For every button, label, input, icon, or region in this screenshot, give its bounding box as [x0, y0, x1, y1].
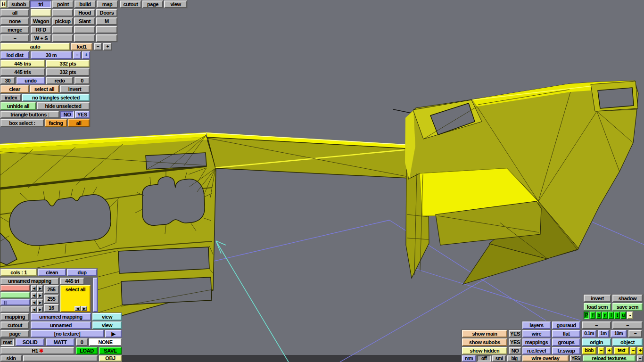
mat-matt-button[interactable]: MATT — [46, 338, 74, 346]
box-select-all[interactable]: all — [68, 119, 90, 127]
lod-auto-button[interactable]: auto — [0, 43, 70, 50]
tab-view[interactable]: view — [164, 0, 187, 8]
gouraud-button[interactable]: gouraud — [552, 321, 580, 329]
subob-slot-7[interactable] — [74, 34, 95, 42]
nrm-sml-button[interactable]: sml — [492, 355, 506, 362]
red-inc-arrow[interactable]: ► — [37, 285, 43, 291]
triangle-buttons-yes[interactable]: YES — [75, 111, 90, 118]
lrswap-button[interactable]: l.r.swap — [552, 347, 580, 354]
swatch-next-arrow[interactable]: ► — [81, 306, 87, 311]
subob-slot-2[interactable] — [52, 9, 73, 16]
green-slider[interactable] — [0, 292, 30, 298]
grid-dash-button[interactable]: – — [628, 330, 642, 337]
alpha-inc-arrow[interactable]: ► — [37, 306, 43, 313]
blue-inc-arrow[interactable]: ► — [37, 299, 43, 305]
green-inc-arrow[interactable]: ► — [37, 292, 43, 298]
tab-h[interactable]: H — [0, 0, 7, 8]
cutout-row-value[interactable]: unnamed — [31, 321, 91, 329]
h1-slot-button[interactable]: H1✱ — [0, 347, 74, 354]
subob-slot-5[interactable] — [96, 26, 117, 33]
proj-r-button[interactable]: r — [602, 312, 608, 319]
color-scrollbar[interactable] — [93, 278, 98, 312]
tab-build[interactable]: build — [74, 0, 96, 8]
tab-cutout[interactable]: cutout — [120, 0, 141, 8]
proj-p-button[interactable]: P — [584, 312, 589, 319]
mappings-button[interactable]: mappings — [522, 338, 551, 346]
subob-wagon[interactable]: Wagon — [31, 17, 51, 25]
text-button[interactable]: text — [614, 347, 629, 354]
subob-slot-3[interactable] — [52, 26, 73, 33]
wire-overlay-toggle[interactable]: wire overlay — [522, 355, 569, 362]
index-button[interactable]: index — [0, 94, 21, 101]
subob-slant[interactable]: Slant — [74, 17, 95, 25]
tab-subob[interactable]: subob — [8, 0, 30, 8]
redo-button[interactable]: redo — [46, 77, 73, 84]
mapping-name[interactable]: unnamed mapping — [0, 278, 59, 285]
undo-button[interactable]: undo — [17, 77, 45, 84]
lod1-button[interactable]: lod1 — [71, 43, 92, 50]
red-dec-arrow[interactable]: ◄ — [31, 285, 37, 291]
box-select-facing[interactable]: facing — [45, 119, 67, 127]
nclevel-button[interactable]: n.c.level — [522, 347, 551, 354]
lod-dist-plus-button[interactable]: + — [82, 51, 90, 59]
mapping-row-value[interactable]: unnamed mapping — [31, 313, 91, 321]
subob-doors[interactable]: Doors — [96, 9, 117, 16]
mapping-view-button[interactable]: view — [92, 313, 122, 321]
show-main-toggle[interactable]: show main — [462, 330, 507, 337]
blue-slider[interactable] — [0, 299, 30, 305]
origin-button[interactable]: origin — [582, 338, 611, 346]
red-slider[interactable] — [0, 285, 30, 291]
mapping-row-label[interactable]: mapping — [0, 313, 29, 321]
show-main-value[interactable]: YES — [509, 330, 521, 337]
green-dec-arrow[interactable]: ◄ — [31, 292, 37, 298]
cutout-view-button[interactable]: view — [92, 321, 122, 329]
mat-none-field[interactable]: NONE — [89, 338, 122, 346]
show-subobs-value[interactable]: YES — [509, 338, 521, 346]
reload-dash-button[interactable]: – — [637, 355, 643, 362]
subob-all[interactable]: all — [0, 9, 29, 16]
proj-t-button[interactable]: t — [614, 312, 620, 319]
layers-button[interactable]: layers — [522, 321, 551, 329]
layers-dash-2[interactable]: – — [612, 321, 643, 329]
alpha-dec-arrow[interactable]: ◄ — [31, 306, 37, 313]
object-button[interactable]: object — [612, 338, 643, 346]
flat-button[interactable]: flat — [552, 330, 580, 337]
tab-page[interactable]: page — [142, 0, 163, 8]
layers-dash-1[interactable]: – — [582, 321, 611, 329]
invert-normals-button[interactable]: invert — [584, 295, 611, 302]
nrm-big-button[interactable]: big — [507, 355, 521, 362]
clean-button[interactable]: clean — [38, 269, 66, 276]
invert-selection-button[interactable]: invert — [60, 85, 90, 93]
alpha-slider[interactable] — [0, 306, 30, 313]
grid-1m-button[interactable]: 1m — [598, 330, 609, 337]
blob-minus-button[interactable]: – — [598, 347, 604, 354]
subob-rfd[interactable]: RFD — [31, 26, 51, 33]
grid-01m-button[interactable]: 0.1m — [582, 330, 596, 337]
load-scm-button[interactable]: load scm — [584, 303, 611, 311]
hide-unselected-button[interactable]: hide unselected — [37, 102, 90, 110]
proj-l-button[interactable]: l — [608, 312, 614, 319]
text-minus-button[interactable]: – — [630, 347, 636, 354]
proj-f-button[interactable]: f — [590, 312, 595, 319]
mat-label[interactable]: mat — [0, 338, 14, 346]
blue-slider-thumb[interactable] — [4, 301, 7, 305]
show-hidden-toggle[interactable]: show hidden — [462, 347, 507, 354]
subob-merge[interactable]: merge — [0, 26, 29, 33]
blob-plus-button[interactable]: + — [606, 347, 612, 354]
cutout-row-label[interactable]: cutout — [0, 321, 29, 329]
blue-dec-arrow[interactable]: ◄ — [31, 299, 37, 305]
dup-button[interactable]: dup — [67, 269, 97, 276]
select-all-button[interactable]: select all — [30, 85, 59, 93]
cols-count[interactable]: cols : 1 — [0, 269, 37, 276]
shadow-button[interactable]: shadow — [612, 295, 643, 302]
proj-u-button[interactable]: u — [620, 312, 626, 319]
text-plus-button[interactable]: + — [637, 347, 643, 354]
mat-solid-button[interactable]: SOLID — [16, 338, 44, 346]
subob-dash[interactable]: – — [0, 34, 29, 42]
subob-ws[interactable]: W + S — [31, 34, 51, 42]
wire-overlay-value[interactable]: YES — [570, 355, 581, 362]
subob-slot-8[interactable] — [96, 34, 117, 42]
subob-slot-6[interactable] — [52, 34, 73, 42]
subob-hood[interactable]: Hood — [74, 9, 95, 16]
load-button[interactable]: LOAD — [76, 347, 98, 354]
